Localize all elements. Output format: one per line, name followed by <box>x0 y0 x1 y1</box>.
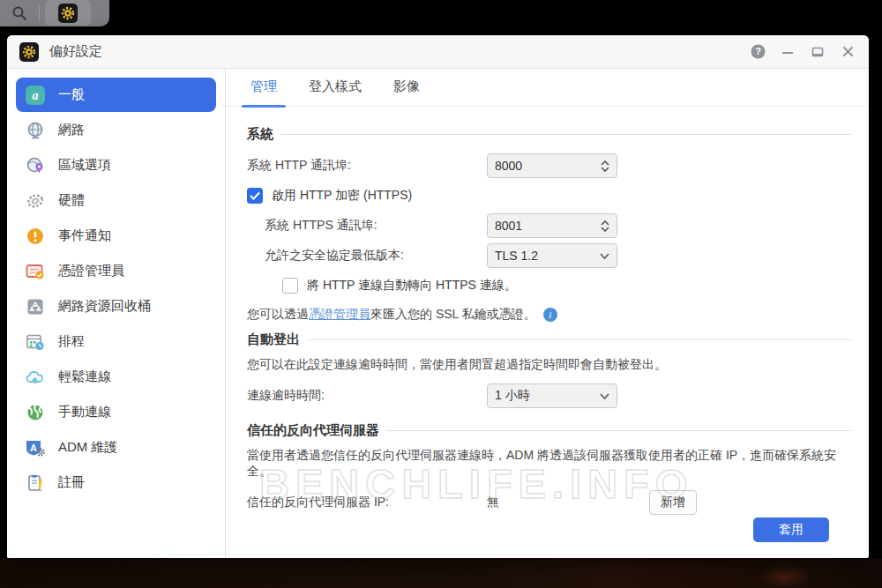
hardware-gear-icon <box>25 190 46 212</box>
proxy-ip-row: 信任的反向代理伺服器 IP: 無 新增 <box>247 488 851 517</box>
sidebar-item-registration[interactable]: 註冊 <box>16 465 216 500</box>
spinner-buttons[interactable] <box>601 220 609 232</box>
calendar-clock-icon <box>25 331 46 353</box>
tls-version-value: TLS 1.2 <box>495 249 600 263</box>
add-button[interactable]: 新增 <box>649 490 697 515</box>
sidebar-item-label: 硬體 <box>58 192 85 209</box>
cloud-upload-icon <box>25 367 46 388</box>
taskbar-preferences-app[interactable] <box>45 0 91 26</box>
sidebar-item-regional-options[interactable]: 區域選項 <box>16 148 216 182</box>
proxy-ip-value: 無 <box>487 495 649 510</box>
section-header-reverse-proxy: 信任的反向代理伺服器 <box>247 422 851 439</box>
sidebar-item-label: 手動連線 <box>58 404 111 421</box>
proxy-ip-label: 信任的反向代理伺服器 IP: <box>247 495 487 510</box>
https-port-label: 系統 HTTPS 通訊埠: <box>265 218 487 234</box>
sidebar-item-schedule[interactable]: 排程 <box>16 324 216 359</box>
https-enable-label: 啟用 HTTP 加密 (HTTPS) <box>272 188 412 204</box>
window-title: 偏好設定 <box>49 43 102 60</box>
window-app-gear-icon <box>19 42 39 62</box>
sidebar-item-label: 註冊 <box>58 474 85 491</box>
sidebar-item-manual-connect[interactable]: 手動連線 <box>16 395 216 429</box>
sidebar: a 一般 網路 區域選項 硬體 <box>7 69 226 558</box>
svg-text:?: ? <box>755 46 761 56</box>
globe-icon <box>25 120 46 141</box>
redirect-https-label: 將 HTTP 連線自動轉向 HTTPS 連線。 <box>307 278 517 294</box>
desktop-wallpaper <box>0 558 882 588</box>
chevron-down-icon <box>600 253 609 259</box>
taskbar-separator <box>39 5 40 21</box>
section-header-auto-logout: 自動登出 <box>247 331 851 348</box>
sidebar-item-certificate-manager[interactable]: 憑證管理員 <box>16 254 216 288</box>
maximize-icon[interactable] <box>809 43 826 61</box>
sidebar-item-ez-connect[interactable]: 輕鬆連線 <box>16 360 216 394</box>
http-port-value: 8000 <box>495 159 601 173</box>
svg-text:A: A <box>30 442 37 452</box>
certificate-icon <box>25 261 46 282</box>
alert-icon <box>25 226 46 247</box>
tls-version-row: 允許之安全協定最低版本: TLS 1.2 <box>265 242 851 270</box>
content-area: 管理 登入樣式 影像 系統 系統 HTTP 通訊埠: 8000 <box>226 69 869 558</box>
sidebar-item-network-recycle-bin[interactable]: 網路資源回收桶 <box>16 289 216 324</box>
shield-gear-icon: A <box>25 437 46 458</box>
apply-button[interactable]: 套用 <box>753 517 829 542</box>
sidebar-item-label: 事件通知 <box>58 227 111 244</box>
preferences-gear-icon <box>58 4 78 23</box>
sidebar-item-general[interactable]: a 一般 <box>16 78 216 112</box>
redirect-https-row: 將 HTTP 連線自動轉向 HTTPS 連線。 <box>282 272 851 300</box>
certificate-note: 您可以透過憑證管理員 來匯入您的 SSL 私鑰或憑證。 i <box>247 307 851 323</box>
certificate-manager-link[interactable]: 憑證管理員 <box>309 307 370 323</box>
tab-management[interactable]: 管理 <box>235 78 293 106</box>
sidebar-item-label: ADM 維護 <box>58 439 118 456</box>
https-enable-row: 啟用 HTTP 加密 (HTTPS) <box>247 182 851 210</box>
https-port-spinner[interactable]: 8001 <box>487 213 617 238</box>
preferences-window: 偏好設定 ? a 一般 <box>7 35 869 558</box>
tls-version-label: 允許之安全協定最低版本: <box>265 248 487 264</box>
minimize-icon[interactable] <box>779 43 796 61</box>
http-port-spinner[interactable]: 8000 <box>487 153 617 178</box>
settings-panel: 系統 系統 HTTP 通訊埠: 8000 <box>226 107 869 558</box>
tab-login-style[interactable]: 登入樣式 <box>293 78 377 106</box>
green-globe-icon <box>25 402 46 423</box>
sidebar-item-event-notification[interactable]: 事件通知 <box>16 219 216 253</box>
sidebar-item-label: 憑證管理員 <box>58 263 124 279</box>
auto-logout-description: 您可以在此設定連線逾時時間，當使用者閒置超過指定時間即會自動被登出。 <box>247 357 851 373</box>
close-icon[interactable] <box>839 43 856 61</box>
svg-text:a: a <box>33 89 39 102</box>
window-titlebar: 偏好設定 ? <box>7 35 869 69</box>
sidebar-item-label: 一般 <box>58 86 85 103</box>
https-enable-checkbox[interactable] <box>247 188 263 204</box>
tls-version-dropdown[interactable]: TLS 1.2 <box>487 243 617 268</box>
help-icon[interactable]: ? <box>749 43 766 61</box>
recycle-bin-icon <box>25 296 46 317</box>
sidebar-item-label: 網路資源回收桶 <box>58 298 151 315</box>
sidebar-item-label: 排程 <box>58 333 85 350</box>
spinner-buttons[interactable] <box>601 160 609 172</box>
timeout-value: 1 小時 <box>495 388 600 404</box>
http-port-label: 系統 HTTP 通訊埠: <box>247 158 487 174</box>
adm-logo-icon: a <box>25 85 46 106</box>
reverse-proxy-description: 當使用者透過您信任的反向代理伺服器連線時，ADM 將透過該伺服器獲取使用者的正確… <box>247 448 851 480</box>
tab-image[interactable]: 影像 <box>377 78 436 106</box>
timeout-label: 連線逾時時間: <box>247 388 487 404</box>
sidebar-item-label: 網路 <box>58 122 85 138</box>
tabbar: 管理 登入樣式 影像 <box>226 69 869 107</box>
sidebar-item-label: 區域選項 <box>58 157 111 174</box>
timeout-row: 連線逾時時間: 1 小時 <box>247 382 851 410</box>
sidebar-item-hardware[interactable]: 硬體 <box>16 183 216 218</box>
redirect-https-checkbox[interactable] <box>282 278 298 294</box>
info-icon[interactable]: i <box>543 308 557 322</box>
sidebar-item-network[interactable]: 網路 <box>16 113 216 147</box>
timeout-dropdown[interactable]: 1 小時 <box>487 383 617 408</box>
globe-pin-icon <box>25 155 46 176</box>
sidebar-item-adm-defender[interactable]: A ADM 維護 <box>16 430 216 465</box>
clipboard-pencil-icon <box>25 473 46 494</box>
sidebar-item-label: 輕鬆連線 <box>58 368 111 385</box>
section-header-system: 系統 <box>247 126 851 143</box>
https-port-row: 系統 HTTPS 通訊埠: 8001 <box>265 212 851 240</box>
http-port-row: 系統 HTTP 通訊埠: 8000 <box>247 152 851 180</box>
taskbar <box>0 0 109 26</box>
https-port-value: 8001 <box>495 219 601 233</box>
chevron-down-icon <box>600 393 609 399</box>
search-icon[interactable] <box>0 0 39 26</box>
